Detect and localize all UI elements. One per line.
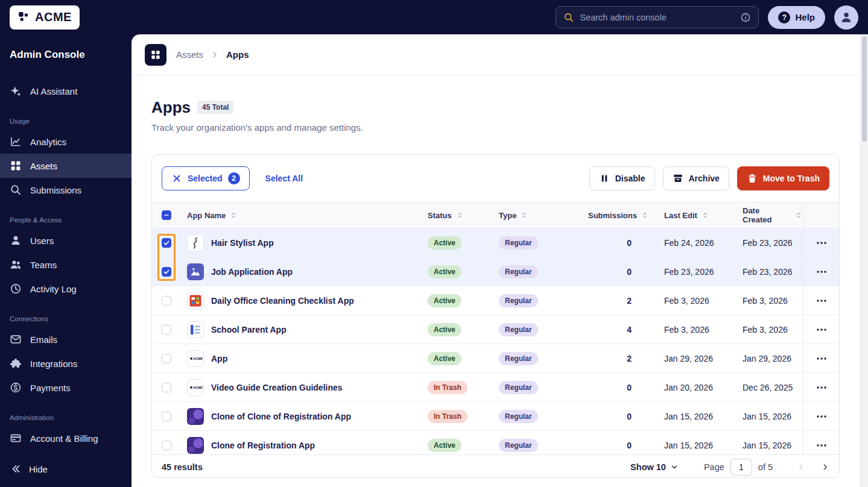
submissions-count: 4 [582, 325, 650, 335]
selected-filter-button[interactable]: Selected 2 [162, 166, 250, 190]
sidebar-item-label: Submissions [30, 185, 81, 195]
move-to-trash-button[interactable]: Move to Trash [737, 166, 829, 190]
sidebar-item-account-billing[interactable]: Account & Billing [0, 426, 131, 450]
status-badge: Active [428, 265, 461, 278]
archive-button[interactable]: Archive [663, 166, 729, 190]
page-title: Apps [151, 98, 191, 116]
submissions-count: 0 [582, 412, 650, 421]
column-header-date-created[interactable]: Date Created [729, 206, 803, 224]
row-checkbox[interactable] [162, 383, 171, 392]
row-checkbox[interactable] [162, 412, 171, 421]
submissions-count: 2 [582, 354, 650, 363]
sidebar-item-emails[interactable]: Emails [0, 327, 131, 351]
row-actions-button[interactable] [816, 410, 828, 423]
pagination: Show 10 Page of 5 [630, 459, 829, 476]
sidebar-item-payments[interactable]: Payments [0, 375, 131, 400]
row-actions-button[interactable] [816, 382, 828, 394]
table-row: Clone of Registration AppActiveRegular0J… [152, 431, 839, 454]
app-name[interactable]: Clone of Clone of Registration App [211, 412, 351, 421]
sidebar-sections: UsageAnalyticsAssetsSubmissionsPeople & … [0, 118, 131, 450]
next-page-button[interactable] [821, 463, 829, 471]
row-actions-button[interactable] [816, 295, 828, 307]
clear-selection-icon [171, 173, 182, 184]
select-all-link[interactable]: Select All [265, 174, 303, 183]
topbar: ACME ? Help [0, 0, 868, 34]
search-input[interactable] [580, 13, 735, 22]
help-button[interactable]: ? Help [768, 6, 825, 29]
table-toolbar: Selected 2 Select All Disable Archive [152, 155, 839, 202]
help-label: Help [795, 12, 815, 22]
sidebar-item-label: Analytics [30, 137, 66, 147]
status-badge: Active [428, 236, 461, 250]
sidebar-hide-button[interactable]: Hide [0, 457, 131, 481]
column-header-status[interactable]: Status [422, 211, 493, 220]
app-name[interactable]: Daily Office Cleaning Checklist App [211, 296, 354, 306]
image-app-icon [187, 263, 204, 280]
sidebar-item-users[interactable]: Users [0, 228, 131, 253]
sidebar-item-integrations[interactable]: Integrations [0, 351, 131, 375]
status-badge: Active [428, 294, 461, 307]
column-header-type[interactable]: Type [493, 211, 582, 220]
app-name[interactable]: Hair Stylist App [211, 238, 274, 248]
purple-app-icon [187, 437, 204, 454]
sidebar-item-label: AI Assistant [30, 86, 77, 96]
sidebar-item-activity-log[interactable]: Activity Log [0, 277, 131, 301]
sidebar-section-label: People & Access [10, 216, 122, 224]
prev-page-button[interactable] [797, 463, 805, 471]
column-header-last-edit[interactable]: Last Edit [650, 211, 729, 220]
app-name[interactable]: App [211, 354, 227, 363]
sidebar-item-submissions[interactable]: Submissions [0, 178, 131, 202]
app-name[interactable]: Video Guide Creation Guidelines [211, 383, 343, 392]
column-header-submissions[interactable]: Submissions [582, 211, 650, 220]
select-all-checkbox[interactable] [162, 210, 171, 220]
page-size-select[interactable]: Show 10 [630, 462, 679, 472]
row-checkbox[interactable] [162, 441, 171, 450]
app-name-cell: Daily Office Cleaning Checklist App [181, 292, 422, 309]
disable-button[interactable]: Disable [589, 166, 655, 190]
sidebar-item-assets[interactable]: Assets [0, 154, 131, 178]
breadcrumb-assets-link[interactable]: Assets [176, 49, 203, 60]
last-edit-date: Jan 15, 2026 [650, 412, 729, 421]
row-checkbox[interactable] [162, 238, 171, 248]
row-actions-button[interactable] [816, 237, 828, 249]
sort-icon [520, 211, 528, 219]
scrollbar-thumb[interactable] [862, 36, 867, 142]
row-actions-button[interactable] [816, 439, 828, 451]
archive-icon [673, 173, 683, 184]
acme-logo[interactable]: ACME [10, 5, 80, 30]
row-actions-button[interactable] [816, 324, 828, 336]
app-name-cell: Job Application App [181, 263, 422, 280]
table-row: Daily Office Cleaning Checklist AppActiv… [152, 286, 839, 315]
sidebar-item-teams[interactable]: Teams [0, 253, 131, 277]
row-checkbox[interactable] [162, 296, 171, 306]
type-badge: Regular [499, 439, 538, 452]
sidebar-item-analytics[interactable]: Analytics [0, 130, 131, 154]
sort-icon [701, 211, 709, 219]
date-created: Jan 15, 2026 [729, 441, 803, 450]
row-checkbox[interactable] [162, 267, 171, 277]
app-name[interactable]: Job Application App [211, 267, 293, 277]
page-number-input[interactable] [730, 459, 752, 476]
column-header-app-name[interactable]: App Name [181, 211, 422, 220]
checklist-app-icon [187, 292, 204, 309]
app-name[interactable]: School Parent App [211, 325, 287, 335]
app-name[interactable]: Clone of Registration App [211, 441, 315, 450]
submissions-count: 0 [582, 267, 650, 277]
row-actions-button[interactable] [816, 266, 828, 278]
user-avatar[interactable] [834, 5, 858, 30]
submissions-count: 0 [582, 383, 650, 392]
submissions-count: 0 [582, 238, 650, 248]
sidebar-item-ai-assistant[interactable]: AI Assistant [0, 79, 131, 103]
sort-icon [641, 211, 649, 219]
row-checkbox[interactable] [162, 325, 171, 335]
row-checkbox[interactable] [162, 354, 171, 363]
purple-app-icon [187, 408, 204, 425]
status-badge: Active [428, 323, 461, 336]
sort-icon [455, 211, 464, 219]
clock-icon [10, 283, 22, 295]
user-icon [840, 11, 853, 24]
row-actions-button[interactable] [816, 353, 828, 365]
last-edit-date: Jan 20, 2026 [650, 383, 729, 392]
info-icon[interactable] [740, 12, 751, 23]
table-row: Job Application AppActiveRegular0Feb 23,… [152, 257, 839, 286]
